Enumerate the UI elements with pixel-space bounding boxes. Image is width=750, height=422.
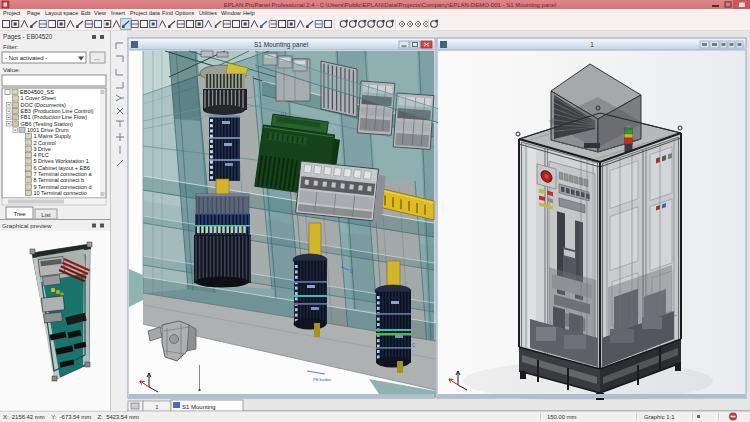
svg-text:Window: Window xyxy=(221,10,242,16)
svg-text:1: 1 xyxy=(590,41,594,48)
svg-text:Pages - EB04520: Pages - EB04520 xyxy=(3,33,53,41)
svg-text:EB3 (Production Line Control): EB3 (Production Line Control) xyxy=(21,108,94,114)
svg-text:PE busbar: PE busbar xyxy=(313,377,332,382)
svg-text:S1 Mounting panel: S1 Mounting panel xyxy=(254,41,309,49)
svg-text:Project: Project xyxy=(3,10,21,16)
svg-text:FB1 (Production Line Flow): FB1 (Production Line Flow) xyxy=(21,114,88,120)
svg-text:150.00 mm: 150.00 mm xyxy=(547,414,577,420)
svg-text:GB6 (Testing Station): GB6 (Testing Station) xyxy=(21,121,73,127)
svg-text:List: List xyxy=(41,212,51,218)
svg-text:1 Mains Supply: 1 Mains Supply xyxy=(34,133,72,139)
svg-text:EB04500_SS: EB04500_SS xyxy=(20,89,54,95)
svg-text:- Not activated -: - Not activated - xyxy=(5,55,47,61)
svg-text:Find: Find xyxy=(162,10,173,16)
svg-text:DOC (Documents): DOC (Documents) xyxy=(21,102,66,108)
svg-text:U1: U1 xyxy=(281,111,287,116)
svg-text:Page: Page xyxy=(27,10,40,16)
svg-text:1 Cover Sheet: 1 Cover Sheet xyxy=(21,95,57,101)
svg-text:4 PLC: 4 PLC xyxy=(34,152,49,158)
svg-text:2 Control: 2 Control xyxy=(34,140,56,146)
svg-text:...: ... xyxy=(94,54,100,61)
svg-text:Tree: Tree xyxy=(13,211,26,217)
svg-text:10 Terminal connectio: 10 Terminal connectio xyxy=(34,190,87,196)
svg-text:View: View xyxy=(94,10,107,16)
svg-text:Edit: Edit xyxy=(81,10,91,16)
svg-text:Graphic 1:1: Graphic 1:1 xyxy=(644,414,674,420)
svg-text:S1 Mounting: S1 Mounting xyxy=(182,404,216,410)
svg-text:Value:: Value: xyxy=(3,66,20,73)
svg-text:Project data: Project data xyxy=(130,10,161,16)
svg-text:X: 2156.42 mm Y: -673.54: X: 2156.42 mm Y: -673.54 mm Z: 5423.54 m… xyxy=(3,414,139,420)
svg-text:8 Terminal connect b: 8 Terminal connect b xyxy=(34,177,85,183)
svg-text:7 Terminal connection a: 7 Terminal connection a xyxy=(34,171,93,177)
svg-text:Graphical preview: Graphical preview xyxy=(2,222,52,229)
svg-text:EPLAN ProPanel Professional 2.: EPLAN ProPanel Professional 2.4 - C:\Use… xyxy=(224,2,556,8)
svg-text:Options: Options xyxy=(175,10,194,16)
svg-text:Utilities: Utilities xyxy=(199,10,217,16)
svg-text:Help: Help xyxy=(243,10,255,16)
svg-text:6 Cabinet layout + EB6: 6 Cabinet layout + EB6 xyxy=(34,165,90,171)
svg-text:Filter:: Filter: xyxy=(3,43,19,50)
svg-text:9 Terminal connection d: 9 Terminal connection d xyxy=(34,184,92,190)
svg-text:1001 Drive Drum: 1001 Drive Drum xyxy=(27,127,69,133)
svg-text:Insert: Insert xyxy=(111,10,125,16)
svg-text:Layout space: Layout space xyxy=(45,10,78,16)
svg-text:3 Drive: 3 Drive xyxy=(34,146,51,152)
svg-text:5 Drives Workstation 1: 5 Drives Workstation 1 xyxy=(34,158,89,164)
